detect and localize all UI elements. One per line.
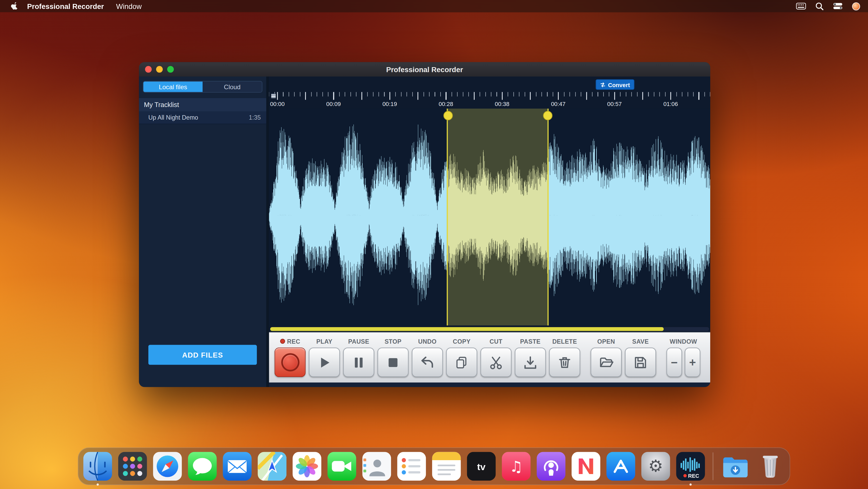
window-minus-button[interactable]: − [666, 348, 682, 377]
dock-item-tv[interactable]: tv [467, 452, 496, 481]
toolbar-group-window: WINDOW−+ [666, 337, 700, 377]
ruler-menu-icon[interactable] [270, 93, 277, 99]
waveform-selection[interactable] [447, 109, 549, 325]
dock-item-safari[interactable] [153, 452, 182, 481]
ruler-label: 00:28 [439, 100, 454, 107]
dock-item-podcasts[interactable] [537, 452, 565, 481]
toolbar-buttons-window: −+ [666, 348, 700, 377]
toolbar-label-paste: PASTE [520, 337, 541, 346]
toolbar-label-text: STOP [384, 338, 402, 344]
ruler-label: 01:06 [663, 100, 678, 107]
menu-window[interactable]: Window [116, 2, 142, 10]
toolbar-group-play: PLAY [309, 337, 340, 377]
dock-item-finder[interactable] [83, 452, 112, 481]
menubar-app-name[interactable]: Professional Recorder [27, 2, 104, 10]
toolbar-label-text: CUT [490, 338, 502, 344]
dock-item-maps[interactable] [258, 452, 286, 481]
dock-item-recorder[interactable]: REC [676, 452, 705, 481]
window-titlebar[interactable]: Professional Recorder [139, 62, 710, 77]
dock-item-news[interactable] [571, 452, 600, 481]
play-button[interactable] [309, 348, 340, 377]
toolbar-label-text: DELETE [552, 338, 577, 344]
scrollbar-thumb[interactable] [270, 327, 663, 331]
waveform-area[interactable] [269, 109, 710, 325]
add-files-button[interactable]: ADD FILES [148, 345, 257, 365]
minimize-button[interactable] [156, 66, 163, 73]
toolbar-group-undo: UNDO [412, 337, 443, 377]
dock-item-contacts[interactable] [362, 452, 391, 481]
selection-start-handle[interactable] [443, 111, 453, 120]
dock-item-messages[interactable] [188, 452, 217, 481]
toolbar-buttons-open [591, 348, 622, 377]
tab-cloud[interactable]: Cloud [203, 82, 262, 92]
tab-local-files[interactable]: Local files [143, 82, 203, 92]
window-body: Local filesCloud My Tracklist Up All Nig… [139, 77, 710, 387]
convert-button[interactable]: Convert [596, 79, 634, 90]
siri-icon[interactable] [852, 2, 860, 10]
toolbar-label-text: PAUSE [348, 338, 369, 344]
svg-text:REC: REC [688, 473, 699, 479]
apple-menu-icon[interactable] [11, 2, 18, 10]
record-button[interactable] [275, 348, 306, 377]
tracklist-header: My Tracklist [139, 98, 266, 112]
keyboard-icon[interactable] [796, 3, 806, 9]
ruler-label: 00:19 [382, 100, 397, 107]
ruler-label: 00:47 [551, 100, 565, 107]
toolbar-buttons-copy [446, 348, 477, 377]
dock-item-downloads[interactable] [721, 452, 750, 481]
dock-item-appstore[interactable] [607, 452, 635, 481]
svg-text:tv: tv [477, 461, 486, 472]
window-plus-button[interactable]: + [685, 348, 700, 377]
search-icon[interactable] [815, 2, 824, 10]
trash-icon [557, 355, 572, 370]
ruler-label: 00:38 [495, 100, 509, 107]
control-center-icon[interactable] [833, 3, 843, 9]
save-button[interactable] [625, 348, 656, 377]
cut-button[interactable] [480, 348, 511, 377]
dock-item-music[interactable]: ♫ [502, 452, 531, 481]
desktop: Professional Recorder Window Professiona… [0, 0, 868, 489]
dock-item-settings[interactable]: ⚙ [641, 452, 670, 481]
toolbar-buttons-undo [412, 348, 443, 377]
toolbar-label-copy: COPY [453, 337, 471, 346]
toolbar-buttons-rec [275, 348, 306, 377]
dock-item-facetime[interactable] [327, 452, 356, 481]
dock-item-notes[interactable] [432, 452, 461, 481]
timeline-ruler[interactable]: 00:0000:0900:1900:2800:3800:4700:5701:06 [269, 92, 710, 109]
toolbar-group-pause: PAUSE [343, 337, 374, 377]
dock-item-photos[interactable] [292, 452, 321, 481]
track-row[interactable]: Up All Night Demo1:35 [139, 112, 266, 124]
dock-item-mail[interactable] [223, 452, 252, 481]
dock-item-trash[interactable] [756, 452, 785, 481]
dock-separator [713, 453, 713, 480]
app-window: Professional Recorder Local filesCloud M… [139, 62, 710, 387]
toolbar-label-text: UNDO [418, 338, 437, 344]
running-indicator [689, 484, 692, 486]
undo-button[interactable] [412, 348, 443, 377]
copy-button[interactable] [446, 348, 477, 377]
convert-label: Convert [608, 81, 630, 88]
stop-button[interactable] [378, 348, 409, 377]
toolbar-group-stop: STOP [378, 337, 409, 377]
main-panel: Convert 00:0000:0900:1900:2800:3800:4700… [269, 77, 710, 387]
toolbar-label-text: PASTE [520, 338, 541, 344]
ruler-label: 00:00 [270, 100, 285, 107]
delete-button[interactable] [549, 348, 580, 377]
toolbar-label-text: COPY [453, 338, 471, 344]
pause-icon [351, 355, 366, 370]
window-title: Professional Recorder [139, 65, 710, 74]
pause-button[interactable] [343, 348, 374, 377]
open-button[interactable] [591, 348, 622, 377]
horizontal-scrollbar[interactable] [270, 327, 709, 331]
toolbar-group-paste: PASTE [515, 337, 546, 377]
close-button[interactable] [145, 66, 152, 73]
paste-button[interactable] [515, 348, 546, 377]
toolbar-group-save: SAVE [625, 337, 656, 377]
traffic-lights [145, 66, 174, 73]
selection-end-handle[interactable] [543, 111, 553, 120]
toolbar-label-undo: UNDO [418, 337, 437, 346]
zoom-button[interactable] [167, 66, 174, 73]
dock-item-reminders[interactable] [397, 452, 426, 481]
toolbar-label-window: WINDOW [670, 337, 697, 346]
dock-item-launchpad[interactable] [118, 452, 147, 481]
